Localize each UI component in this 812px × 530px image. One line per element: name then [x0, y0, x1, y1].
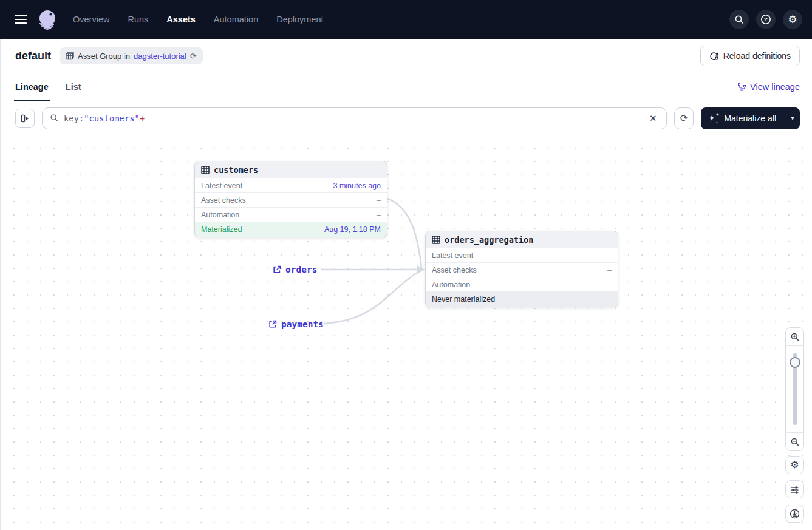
- dagster-logo[interactable]: [35, 7, 60, 32]
- search-icon: [734, 15, 745, 25]
- primary-nav: Overview Runs Assets Automation Deployme…: [73, 15, 324, 24]
- tab-list[interactable]: List: [66, 73, 81, 101]
- row-value: –: [607, 266, 612, 274]
- node-row-materialized: Materialized Aug 19, 1:18 PM: [195, 222, 387, 237]
- reload-definitions-button[interactable]: Reload definitions: [700, 46, 800, 66]
- recenter-view-button[interactable]: [785, 505, 804, 523]
- node-row-automation: Automation –: [426, 277, 618, 292]
- external-link-icon: [273, 265, 281, 274]
- row-label: Automation: [432, 280, 470, 289]
- asset-node-orders-aggregation[interactable]: orders_aggregation Latest event Asset ch…: [425, 231, 618, 307]
- node-row-latest-event: Latest event 3 minutes ago: [195, 178, 387, 193]
- close-icon: ✕: [649, 113, 657, 124]
- row-label: Latest event: [201, 182, 242, 190]
- row-label: Automation: [201, 211, 239, 219]
- clear-search-button[interactable]: ✕: [646, 111, 660, 126]
- gear-icon: ⚙: [788, 15, 797, 25]
- node-row-latest-event: Latest event: [426, 248, 618, 263]
- panel-expand-icon: [20, 114, 30, 123]
- hamburger-menu-icon[interactable]: [10, 8, 32, 30]
- external-asset-orders[interactable]: orders: [273, 265, 317, 274]
- lineage-graph-icon: [737, 83, 746, 92]
- node-row-automation: Automation –: [195, 208, 387, 222]
- chevron-down-icon: ▾: [791, 115, 794, 121]
- nav-item-assets[interactable]: Assets: [166, 15, 196, 24]
- sync-status-icon[interactable]: ⟳: [190, 52, 197, 60]
- table-icon: [201, 166, 210, 174]
- row-label: Latest event: [432, 251, 473, 260]
- top-navbar: Overview Runs Assets Automation Deployme…: [0, 0, 812, 39]
- page-title: default: [15, 50, 51, 63]
- refresh-graph-button[interactable]: ⟳: [674, 107, 694, 129]
- asset-node-customers[interactable]: customers Latest event 3 minutes ago Ass…: [194, 161, 387, 237]
- materialize-dropdown-button[interactable]: ▾: [785, 107, 800, 129]
- graph-settings-button[interactable]: ⚙: [785, 456, 804, 474]
- nav-item-runs[interactable]: Runs: [128, 15, 148, 24]
- svg-text:?: ?: [764, 16, 768, 22]
- external-asset-label: orders: [285, 265, 317, 274]
- reload-definitions-label: Reload definitions: [723, 51, 791, 61]
- nav-item-overview[interactable]: Overview: [73, 15, 109, 24]
- lineage-edges: [1, 135, 812, 530]
- external-asset-payments[interactable]: payments: [268, 319, 324, 329]
- external-link-icon: [268, 320, 277, 328]
- zoom-control-panel: [785, 327, 804, 451]
- gear-icon: ⚙: [790, 460, 799, 470]
- never-materialized-label: Never materialized: [432, 295, 495, 304]
- row-value: –: [607, 280, 612, 289]
- latest-event-link[interactable]: 3 minutes ago: [333, 182, 381, 190]
- materialize-all-control: ✦✦✦ Materialize all ▾: [701, 107, 800, 129]
- external-asset-label: payments: [281, 319, 324, 329]
- asset-node-title: customers: [214, 165, 258, 175]
- node-row-asset-checks: Asset checks –: [195, 193, 387, 208]
- row-label: Asset checks: [432, 266, 477, 274]
- search-button[interactable]: [729, 10, 749, 29]
- zoom-out-button[interactable]: [786, 433, 803, 450]
- view-lineage-link[interactable]: View lineage: [737, 82, 800, 92]
- view-lineage-label: View lineage: [750, 82, 800, 92]
- search-icon: [50, 114, 59, 123]
- tabs-bar: Lineage List View lineage: [1, 73, 812, 101]
- zoom-in-button[interactable]: [786, 328, 803, 345]
- asset-group-icon: [66, 52, 74, 60]
- nav-item-automation[interactable]: Automation: [214, 15, 258, 24]
- asset-selection-input[interactable]: key:"customers"+: [64, 114, 641, 123]
- materialize-all-button[interactable]: ✦✦✦ Materialize all: [701, 107, 785, 129]
- asset-search-box: key:"customers"+ ✕: [42, 107, 667, 129]
- asset-group-badge: Asset Group in dagster-tutorial ⟳: [60, 47, 203, 64]
- help-icon: ?: [760, 14, 771, 25]
- reload-icon: [709, 52, 718, 61]
- lineage-canvas[interactable]: customers Latest event 3 minutes ago Ass…: [1, 135, 812, 530]
- zoom-out-icon: [790, 437, 800, 447]
- materialized-status-label: Materialized: [201, 225, 242, 234]
- row-value: –: [377, 196, 381, 205]
- zoom-slider[interactable]: [786, 345, 803, 433]
- zoom-slider-thumb[interactable]: [790, 357, 800, 368]
- settings-button[interactable]: ⚙: [783, 10, 802, 29]
- nav-item-deployment[interactable]: Deployment: [276, 15, 323, 24]
- help-button[interactable]: ?: [756, 10, 776, 29]
- node-row-asset-checks: Asset checks –: [426, 263, 618, 277]
- graph-toolbar: key:"customers"+ ✕ ⟳ ✦✦✦ Materialize all…: [1, 101, 812, 135]
- asset-node-title: orders_aggregation: [445, 235, 533, 245]
- query-token-value: "customers": [84, 114, 140, 123]
- filter-sliders-icon: [790, 485, 799, 494]
- graph-filters-button[interactable]: [785, 480, 804, 498]
- row-label: Asset checks: [201, 196, 246, 205]
- download-circle-icon: [790, 509, 800, 519]
- query-token-key: key:: [64, 114, 84, 123]
- refresh-icon: ⟳: [680, 112, 688, 124]
- table-icon: [432, 236, 440, 244]
- row-value: –: [377, 211, 381, 219]
- zoom-in-icon: [790, 332, 800, 342]
- materialize-all-label: Materialize all: [724, 114, 776, 123]
- asset-group-header: default Asset Group in dagster-tutorial …: [1, 39, 812, 73]
- expand-sidebar-button[interactable]: [15, 109, 35, 128]
- query-token-plus: +: [140, 114, 145, 123]
- sparkles-icon: ✦✦✦: [708, 113, 719, 124]
- materialization-time-link[interactable]: Aug 19, 1:18 PM: [324, 225, 381, 234]
- tab-lineage[interactable]: Lineage: [15, 73, 49, 101]
- badge-text: Asset Group in: [78, 52, 130, 61]
- node-row-never-materialized: Never materialized: [426, 292, 618, 307]
- code-location-link[interactable]: dagster-tutorial: [134, 52, 186, 61]
